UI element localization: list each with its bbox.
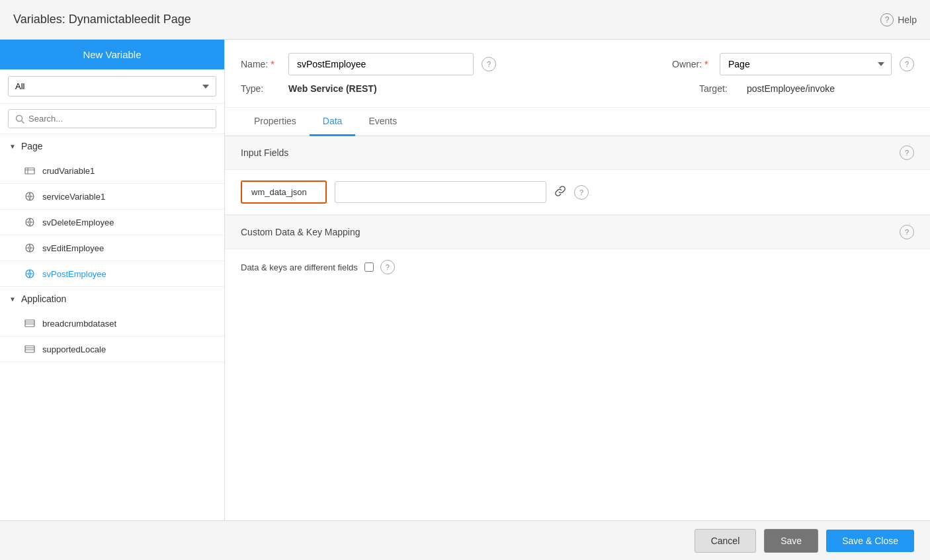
application-group-label: Application — [21, 294, 67, 304]
sidebar-list: ▼ Page crudVariable1 — [0, 134, 224, 520]
different-fields-row: Data & keys are different fields ? — [225, 249, 930, 285]
save-close-button[interactable]: Save & Close — [826, 530, 914, 552]
field-value-input[interactable] — [335, 181, 546, 203]
type-target-row: Type: Web Service (REST) Target: postEmp… — [241, 83, 914, 94]
form-header: Name: * ? Owner: * Page Appli — [225, 40, 930, 108]
input-fields-info-icon[interactable]: ? — [900, 145, 914, 160]
type-value: Web Service (REST) — [288, 83, 377, 94]
sidebar-item-label: svDeleteEmployee — [42, 218, 114, 227]
input-fields-section-header: Input Fields ? — [225, 136, 930, 170]
sidebar-item-label: supportedLocale — [42, 344, 106, 354]
custom-mapping-section: Custom Data & Key Mapping ? Data & keys … — [225, 215, 930, 285]
service-icon — [24, 268, 36, 280]
different-fields-info-icon[interactable]: ? — [380, 260, 395, 274]
page-chevron-icon: ▼ — [9, 143, 16, 150]
sidebar-item-svEditEmployee[interactable]: svEditEmployee — [0, 235, 224, 261]
content-area: Name: * ? Owner: * Page Appli — [225, 40, 930, 520]
sidebar-item-label: breadcrumbdataset — [42, 319, 116, 329]
tab-data[interactable]: Data — [310, 108, 356, 136]
custom-mapping-title: Custom Data & Key Mapping — [241, 227, 360, 237]
service-icon — [24, 216, 36, 228]
target-value: postEmployee/invoke — [747, 83, 835, 94]
field-info-icon[interactable]: ? — [574, 185, 589, 200]
tab-properties[interactable]: Properties — [241, 108, 310, 136]
application-group-header[interactable]: ▼ Application — [0, 287, 224, 311]
footer: Cancel Save Save & Close — [0, 520, 930, 560]
sidebar: New Variable All Page Application ▼ Page — [0, 40, 225, 520]
main-layout: New Variable All Page Application ▼ Page — [0, 40, 930, 520]
type-label: Type: — [241, 83, 280, 94]
input-fields-title: Input Fields — [241, 147, 288, 158]
application-chevron-icon: ▼ — [9, 296, 16, 303]
help-label: Help — [898, 15, 917, 25]
different-fields-checkbox[interactable] — [364, 262, 374, 272]
service-icon — [24, 190, 36, 202]
search-icon — [15, 114, 24, 124]
input-fields-row: wm_data_json ? — [225, 170, 930, 215]
sidebar-item-label: svEditEmployee — [42, 243, 104, 253]
data-panel: Input Fields ? wm_data_json ? Custom Dat… — [225, 136, 930, 520]
filter-row: All Page Application — [0, 69, 224, 104]
tab-events[interactable]: Events — [355, 108, 410, 136]
sidebar-item-svDeleteEmployee[interactable]: svDeleteEmployee — [0, 210, 224, 235]
page-group-label: Page — [21, 141, 43, 151]
name-info-icon[interactable]: ? — [482, 57, 496, 71]
new-variable-button[interactable]: New Variable — [0, 40, 224, 69]
cancel-button[interactable]: Cancel — [695, 529, 757, 553]
filter-select[interactable]: All Page Application — [8, 76, 216, 97]
sidebar-item-svPostEmployee[interactable]: svPostEmployee — [0, 261, 224, 287]
crud-icon — [24, 165, 36, 177]
name-required-star: * — [271, 59, 274, 69]
sidebar-item-label: svPostEmployee — [42, 269, 106, 279]
target-label: Target: — [699, 83, 739, 94]
search-row — [0, 104, 224, 134]
svg-line-1 — [22, 120, 24, 123]
svg-rect-13 — [25, 320, 34, 327]
owner-label: Owner: * — [672, 59, 712, 69]
type-field-group: Type: Web Service (REST) — [241, 83, 377, 94]
svg-rect-16 — [25, 346, 34, 352]
dataset-icon — [24, 317, 36, 329]
tabs-bar: Properties Data Events — [225, 108, 930, 136]
sidebar-item-label: serviceVariable1 — [42, 192, 105, 202]
svg-rect-2 — [25, 168, 34, 174]
top-header: Variables: Dynamictableedit Page ? Help — [0, 0, 930, 40]
link-icon[interactable] — [554, 185, 566, 200]
target-field-group: Target: postEmployee/invoke — [699, 83, 835, 94]
name-owner-row: Name: * ? Owner: * Page Appli — [241, 53, 914, 75]
sidebar-item-breadcrumbdataset[interactable]: breadcrumbdataset — [0, 311, 224, 337]
help-button[interactable]: ? Help — [880, 13, 917, 26]
owner-select[interactable]: Page Application — [720, 53, 892, 75]
search-input[interactable] — [28, 114, 209, 124]
name-label: Name: * — [241, 59, 280, 69]
sidebar-item-label: crudVariable1 — [42, 166, 95, 176]
owner-field-group: Owner: * Page Application ? — [672, 53, 914, 75]
search-wrap — [8, 109, 216, 128]
field-name-tag: wm_data_json — [241, 180, 327, 204]
owner-required-star: * — [704, 59, 708, 69]
dataset-icon — [24, 343, 36, 355]
page-title: Variables: Dynamictableedit Page — [13, 13, 191, 26]
service-icon — [24, 242, 36, 254]
page-group-header[interactable]: ▼ Page — [0, 134, 224, 158]
name-field-group: Name: * ? — [241, 53, 496, 75]
sidebar-item-supportedLocale[interactable]: supportedLocale — [0, 337, 224, 362]
help-icon: ? — [880, 13, 894, 26]
save-button[interactable]: Save — [764, 529, 818, 553]
owner-select-wrap: Page Application — [720, 53, 892, 75]
sidebar-item-serviceVariable1[interactable]: serviceVariable1 — [0, 184, 224, 210]
sidebar-item-crudVariable1[interactable]: crudVariable1 — [0, 158, 224, 184]
owner-info-icon[interactable]: ? — [900, 57, 914, 71]
name-input[interactable] — [288, 53, 474, 75]
different-fields-label: Data & keys are different fields — [241, 262, 358, 272]
custom-mapping-info-icon[interactable]: ? — [900, 225, 914, 239]
custom-mapping-section-header: Custom Data & Key Mapping ? — [225, 216, 930, 249]
